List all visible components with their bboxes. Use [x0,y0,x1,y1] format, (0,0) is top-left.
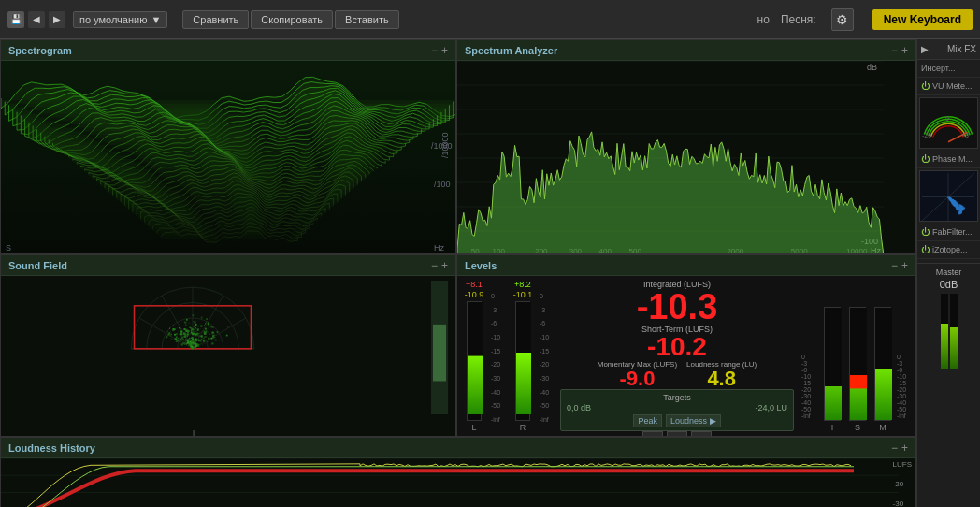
soundfield-title: Sound Field [8,260,67,271]
spectrogram-controls: − + [431,45,448,56]
sidebar-item-vu[interactable]: ⏻ VU Mete... [917,78,980,95]
s-meter: S [846,307,869,432]
paste-button[interactable]: Вставить [335,10,399,29]
loudness-min-btn[interactable]: − [891,442,898,454]
sidebar-vu-label: VU Mete... [932,81,973,91]
sidebar-insert-label: Инсерт... [921,64,955,73]
soundfield-plus-btn[interactable]: + [441,260,448,271]
targets-label: Targets [567,393,787,402]
compare-button[interactable]: Сравнить [182,10,249,29]
loudness-controls: − + [891,442,908,454]
sidebar-izotope-label: iZotope... [932,245,968,254]
bottom-row: Loudness History − + LUFS -20 -30 -40 [0,437,916,507]
r-meter-section: +8.2 -10.1 R [506,276,540,436]
loudness-canvas: LUFS -20 -30 -40 [1,458,915,507]
sidebar-phase-label: Phase M... [932,154,973,164]
s-meter-render [850,308,867,420]
toolbar-right-text1: но [757,13,770,26]
spectrum-analyzer-header: Spectrum Analyzer − + [457,40,915,61]
preset-label: по умолчанию [79,14,147,25]
targets-values: 0,0 dB -24,0 LU [567,403,787,413]
spectrogram-min-btn[interactable]: − [431,45,438,56]
levels-title: Levels [465,260,497,271]
loudness-button[interactable]: Loudness ▶ [666,414,721,427]
power-icon-fab: ⏻ [921,227,930,237]
m-meter-bar [874,307,891,421]
phase-meter-display [919,170,978,222]
loudness-range-value: 4.8 [686,369,757,389]
toolbar-action-buttons: Сравнить Скопировать Вставить [182,10,398,29]
r-meter-label: R [520,423,526,432]
levels-controls-header: − + [891,260,908,271]
loop-button[interactable]: ↔ [691,431,712,436]
l-meter-render [468,302,483,414]
vu-meter-display [919,97,978,149]
peak-button[interactable]: Peak [633,414,662,427]
r-meter-bar [515,301,530,421]
power-icon-phase: ⏻ [921,154,930,164]
vu-render [920,98,976,149]
dropdown-arrow-icon: ▼ [151,14,161,25]
r-meter-current: -10.1 [513,290,533,299]
sidebar-item-insert[interactable]: Инсерт... [917,60,980,78]
pause-button[interactable]: ⏸ [642,431,663,436]
short-term-block: Short-Term (LUFS) -10.2 [641,325,713,360]
reset-button[interactable]: ↺ [667,431,687,436]
soundfield-min-btn[interactable]: − [431,260,438,271]
sidebar-fabfilter-label: FabFilter... [932,227,973,237]
targets-buttons: Peak Loudness ▶ [567,414,787,427]
master-meter-l-render [941,294,948,369]
r-meter-render [516,302,531,414]
spectrogram-plus-btn[interactable]: + [441,45,448,56]
loudness-plus-btn[interactable]: + [901,442,908,454]
momentary-value: -9.0 [598,369,677,389]
l-meter-section: +8.1 -10.9 L [457,276,491,436]
power-icon: ⏻ [921,81,930,91]
loudness-scale: LUFS -20 -30 -40 [893,460,912,507]
soundfield-render [1,276,455,436]
toolbar-file-icons: 💾 ◀ ▶ [7,11,65,28]
i-meter: I [821,307,843,432]
power-icon-izo: ⏻ [921,245,930,254]
i-meter-render [825,308,842,420]
levels-main: +8.1 -10.9 L 0 -3 -6 -10 [457,276,915,436]
sidebar-mixfx-label: Mix FX [947,44,976,54]
levels-plus-btn[interactable]: + [901,260,908,271]
gear-button[interactable]: ⚙ [831,8,854,31]
copy-button[interactable]: Скопировать [251,10,333,29]
l-meter-current: -10.9 [465,290,484,299]
short-term-value: -10.2 [641,334,713,360]
file-icon[interactable]: 💾 [7,11,24,28]
soundfield-header: Sound Field − + [1,255,455,276]
sidebar-item-izotope[interactable]: ⏻ iZotope... [917,241,980,259]
soundfield-panel: Sound Field − + [0,254,456,437]
loudness-render [1,458,899,507]
spectrum-min-btn[interactable]: − [891,45,898,56]
m-meter-label: M [879,423,886,432]
targets-lu: -24,0 LU [755,403,787,413]
back-icon[interactable]: ◀ [28,11,45,28]
middle-row: Sound Field − + Levels − + [0,254,916,437]
spectrum-plus-btn[interactable]: + [901,45,908,56]
new-keyboard-button[interactable]: New Keyboard [872,9,973,30]
momentary-block: Momentary Max (LUFS) -9.0 Loudness range… [598,360,757,389]
spectrum-canvas [457,61,915,254]
m-meter: M [872,307,894,432]
s-meter-label: S [855,423,860,432]
l-meter-label: L [471,423,476,432]
soundfield-controls: − + [431,260,448,271]
toolbar: 💾 ◀ ▶ по умолчанию ▼ Сравнить Скопироват… [0,0,980,39]
phase-render [920,171,976,222]
ism-scale-right: 0 -3 -6 -10 -15 -20 -30 -40 -50 -inf [897,337,912,432]
sidebar-item-fabfilter[interactable]: ⏻ FabFilter... [917,224,980,241]
r-meter-peak: +8.2 [514,280,531,289]
sidebar-item-phase[interactable]: ⏻ Phase M... [917,151,980,168]
s-meter-bar [849,307,866,421]
sidebar-fader-section: Master 0dB [917,263,980,507]
preset-dropdown[interactable]: по умолчанию ▼ [73,11,167,28]
top-row: Spectrogram − + Spectrum Analyzer − + [0,39,916,254]
levels-min-btn[interactable]: − [891,260,898,271]
forward-icon[interactable]: ▶ [49,11,65,28]
l-meter-bar [467,301,482,421]
gear-icon: ⚙ [836,12,848,27]
